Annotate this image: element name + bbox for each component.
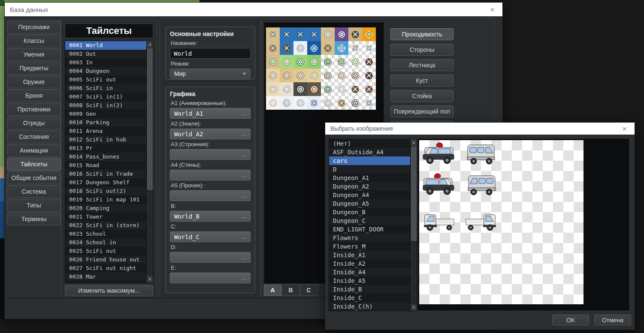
- tileset-list-item[interactable]: 0006 SciFi in: [65, 84, 146, 93]
- image-file-item[interactable]: Inside_A2: [329, 259, 410, 268]
- tile-cell[interactable]: [335, 55, 348, 69]
- browse-dots-icon[interactable]: ...: [241, 151, 247, 158]
- tile-cell[interactable]: [321, 82, 335, 96]
- tile-cell[interactable]: [321, 69, 335, 82]
- tile-tab-b[interactable]: B: [282, 285, 299, 296]
- tileset-list-item[interactable]: 0011 Arena: [65, 127, 146, 135]
- tileset-list-item[interactable]: 0019 SciFi in map 101: [65, 195, 146, 204]
- tile-cell[interactable]: ✕: [335, 41, 348, 55]
- image-file-item[interactable]: (Нет): [329, 139, 410, 148]
- tileset-list-item[interactable]: 0002 Out: [65, 50, 146, 58]
- tileset-list-item[interactable]: 0001 World: [65, 41, 146, 50]
- scroll-down-icon[interactable]: ▼: [147, 276, 153, 282]
- graphics-field-input[interactable]: ...: [170, 149, 251, 160]
- tile-cell[interactable]: [307, 82, 321, 96]
- tile-tab-a[interactable]: A: [264, 285, 281, 296]
- scroll-up-icon[interactable]: ▲: [147, 41, 153, 48]
- graphics-field-input[interactable]: World_C...: [170, 231, 251, 242]
- browse-dots-icon[interactable]: ...: [241, 275, 247, 281]
- tileset-list-item[interactable]: 0013 Pr: [65, 144, 146, 153]
- tile-cell[interactable]: ✕: [266, 41, 280, 55]
- image-file-item[interactable]: Flowers_M: [329, 242, 410, 251]
- browse-dots-icon[interactable]: ...: [241, 131, 247, 137]
- mode-button[interactable]: Лестница: [390, 59, 454, 71]
- tile-cell[interactable]: [335, 82, 348, 96]
- tile-cell[interactable]: [293, 96, 307, 110]
- image-file-item[interactable]: Dungeon_A2: [329, 182, 410, 191]
- tile-cell[interactable]: [266, 96, 280, 110]
- image-file-item[interactable]: Inside_C(h): [329, 302, 410, 311]
- tile-cell[interactable]: ✕: [280, 27, 293, 41]
- tileset-list-item[interactable]: 0020 Camping: [65, 204, 146, 213]
- image-file-list[interactable]: (Нет)ASF_Outside_A4carsDDungeon_A1Dungeo…: [329, 139, 417, 311]
- tileset-list-item[interactable]: 0025 SciFi out: [65, 247, 146, 255]
- tileset-list-item[interactable]: 0007 SciFi in(1): [65, 93, 146, 101]
- tileset-list-item[interactable]: 0022 SciFi in (store): [65, 221, 146, 230]
- graphics-field-input[interactable]: ...: [170, 273, 251, 283]
- tileset-list-item[interactable]: 0003 In: [65, 58, 146, 67]
- tileset-list-item[interactable]: 0010 Parking: [65, 118, 146, 127]
- file-list-scrollbar[interactable]: ▲ ▼: [410, 139, 417, 311]
- tile-cell[interactable]: [280, 69, 293, 82]
- sidebar-item[interactable]: Предметы: [7, 62, 61, 75]
- tile-cell[interactable]: ✕: [307, 41, 321, 55]
- tileset-list-item[interactable]: 0012 SciFi in hub: [65, 135, 146, 144]
- tile-cell[interactable]: [293, 55, 307, 69]
- tile-cell[interactable]: [348, 55, 362, 69]
- image-file-item[interactable]: D: [329, 165, 410, 174]
- image-file-item[interactable]: Dungeon_A4: [329, 191, 410, 199]
- database-close-icon[interactable]: ×: [487, 6, 497, 14]
- image-file-item[interactable]: Inside_A5: [329, 276, 410, 285]
- tileset-list-scrollbar[interactable]: ▲ ▼: [146, 41, 153, 282]
- browse-dots-icon[interactable]: ...: [241, 192, 247, 199]
- tile-cell[interactable]: [335, 69, 348, 82]
- sidebar-item[interactable]: Система: [7, 185, 61, 198]
- tile-cell[interactable]: ✕: [362, 69, 376, 82]
- tile-cell[interactable]: [280, 96, 293, 110]
- image-file-item[interactable]: Flowers: [329, 234, 410, 242]
- scroll-down-icon[interactable]: ▼: [411, 304, 417, 311]
- tile-cell[interactable]: [321, 96, 335, 110]
- tile-cell[interactable]: [266, 82, 280, 96]
- sidebar-item[interactable]: Классы: [7, 34, 61, 47]
- tileset-list-item[interactable]: 0023 School: [65, 230, 146, 238]
- tile-cell[interactable]: [307, 69, 321, 82]
- sidebar-item[interactable]: Оружие: [7, 75, 61, 88]
- tile-cell[interactable]: ✕: [362, 55, 376, 69]
- scrollbar-thumb[interactable]: [147, 48, 153, 190]
- image-file-item[interactable]: Dungeon_C: [329, 216, 410, 225]
- sidebar-item[interactable]: Состояния: [7, 130, 61, 143]
- dialog-close-icon[interactable]: ×: [620, 125, 629, 133]
- tile-cell[interactable]: [348, 96, 362, 110]
- sidebar-item[interactable]: Умения: [7, 48, 61, 61]
- tile-cell[interactable]: ✕: [280, 41, 293, 55]
- image-file-item[interactable]: Dungeon_A1: [329, 174, 410, 182]
- image-file-item[interactable]: END_LIGHT_DOOR: [329, 225, 410, 234]
- tileset-list-item[interactable]: 0004 Dungeon: [65, 67, 146, 75]
- tileset-list-item[interactable]: 0016 SciFi in Trade: [65, 170, 146, 178]
- ok-button[interactable]: OK: [552, 315, 589, 325]
- mode-button[interactable]: Куст: [390, 75, 454, 87]
- tile-cell[interactable]: [266, 55, 280, 69]
- tileset-list-item[interactable]: 0017 Dungeon Shelf: [65, 178, 146, 187]
- tile-cell[interactable]: ✕: [321, 41, 335, 55]
- sidebar-item[interactable]: Анимации: [7, 144, 61, 157]
- browse-dots-icon[interactable]: ...: [241, 234, 247, 240]
- mode-button[interactable]: Повреждающий пол: [390, 105, 454, 117]
- tileset-list-item[interactable]: 0021 Tower: [65, 213, 146, 221]
- graphics-field-input[interactable]: ...: [170, 170, 251, 180]
- tile-cell[interactable]: [321, 55, 335, 69]
- sidebar-item[interactable]: Общие события: [7, 171, 61, 184]
- sidebar-item[interactable]: Типы: [7, 199, 61, 212]
- tile-cell[interactable]: [348, 69, 362, 82]
- image-file-item[interactable]: Inside_C: [329, 294, 410, 302]
- tileset-list-item[interactable]: 0009 Gen: [65, 110, 146, 118]
- tile-cell[interactable]: ✕: [307, 27, 321, 41]
- tile-cell[interactable]: ✕: [362, 27, 376, 41]
- image-file-item[interactable]: cars: [329, 156, 410, 165]
- tile-cell[interactable]: ✕: [362, 82, 376, 96]
- cancel-button[interactable]: Отмена: [594, 315, 631, 325]
- tileset-list-item[interactable]: 0026 Friend house out: [65, 255, 146, 264]
- scroll-up-icon[interactable]: ▲: [411, 139, 417, 146]
- sidebar-item[interactable]: Персонажи: [7, 21, 61, 33]
